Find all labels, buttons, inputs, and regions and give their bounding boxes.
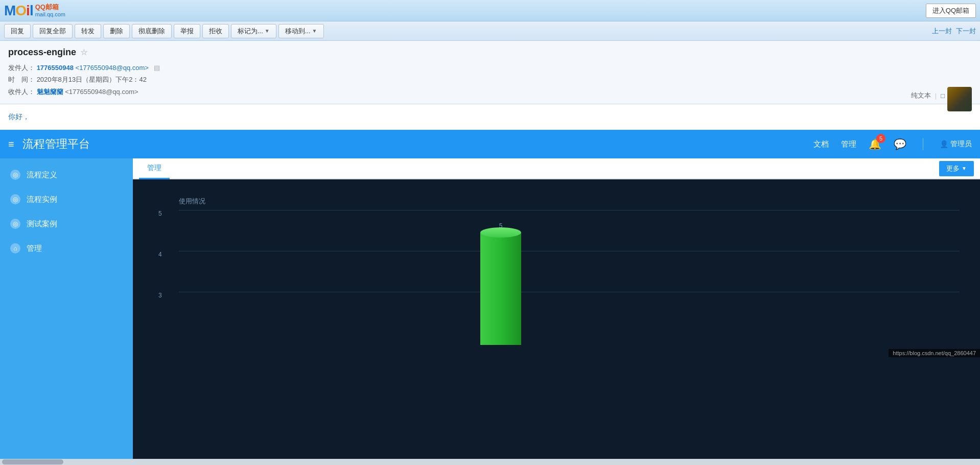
sidebar-item-process-instance[interactable]: ◎ 流程实例	[0, 187, 133, 212]
email-header: process-engine ☆ 发件人： 1776550948 <177655…	[0, 41, 980, 104]
reply-all-button[interactable]: 回复全部	[33, 24, 73, 38]
process-instance-icon: ◎	[10, 194, 20, 204]
sidebar-item-manage[interactable]: ⌂ 管理	[0, 236, 133, 261]
content-area: 管理 更多 ▼ 使用情况 5 4 3	[133, 158, 980, 465]
reject-button[interactable]: 拒收	[202, 24, 229, 38]
nav-divider	[923, 138, 923, 150]
chart-title: 使用情况	[179, 197, 205, 206]
logo-mail: MOil	[4, 3, 33, 19]
move-to-button[interactable]: 移动到... ▼	[278, 24, 324, 38]
chart-wrapper: 使用情况 5 4 3 5	[153, 192, 960, 345]
top-bar: MOil QQ邮箱 mail.qq.com 进入QQ邮箱	[0, 0, 980, 21]
chat-icon[interactable]: 💬	[894, 138, 906, 150]
sidebar-item-label-test-case: 测试案例	[27, 219, 57, 229]
report-button[interactable]: 举报	[174, 24, 200, 38]
delete-permanent-button[interactable]: 彻底删除	[132, 24, 172, 38]
app-container: ≡ 流程管理平台 文档 管理 🔔 5 💬 👤 管理员 ◎ 流程定义	[0, 130, 980, 465]
sender-name[interactable]: 1776550948	[37, 64, 74, 72]
app-nav: 文档 管理 🔔 5 💬 👤 管理员	[813, 138, 972, 150]
mark-as-dropdown-arrow: ▼	[265, 28, 270, 34]
sender-row: 发件人： 1776550948 <1776550948@qq.com> ▤	[8, 62, 972, 74]
horizontal-scrollbar[interactable]	[0, 459, 980, 465]
sidebar-item-test-case[interactable]: ◎ 测试案例	[0, 212, 133, 236]
y-label-3: 3	[158, 292, 162, 299]
more-dropdown-arrow: ▼	[962, 166, 967, 171]
email-nav-buttons: 上一封 下一封	[932, 27, 976, 36]
enter-qq-mail-button[interactable]: 进入QQ邮箱	[926, 4, 976, 18]
test-case-icon: ◎	[10, 219, 20, 229]
delete-button[interactable]: 删除	[103, 24, 130, 38]
grid-line-5	[179, 210, 960, 211]
process-definition-icon: ◎	[10, 170, 20, 180]
recipient-name: 魅魅籣籣	[37, 88, 63, 96]
email-meta: 发件人： 1776550948 <1776550948@qq.com> ▤ 时 …	[8, 62, 972, 98]
app-header: ≡ 流程管理平台 文档 管理 🔔 5 💬 👤 管理员	[0, 130, 980, 158]
bar-group: 5	[480, 222, 521, 345]
hamburger-menu-icon[interactable]: ≡	[8, 138, 14, 150]
tab-manage[interactable]: 管理	[139, 158, 170, 179]
email-subject: process-engine ☆	[8, 47, 972, 58]
bar-3d-container	[480, 232, 521, 345]
admin-button[interactable]: 👤 管理员	[940, 140, 972, 149]
sidebar: ◎ 流程定义 ◎ 流程实例 ◎ 测试案例 ⌂ 管理	[0, 158, 133, 465]
avatar-image	[947, 87, 972, 111]
tab-bar: 管理 更多 ▼	[133, 158, 980, 179]
email-address-card-icon[interactable]: ▤	[154, 64, 160, 72]
chart-area: 使用情况 5 4 3 5	[133, 179, 980, 357]
star-icon[interactable]: ☆	[80, 48, 87, 57]
recipient-row: 收件人： 魅魅籣籣 <1776550948@qq.com>	[8, 86, 972, 98]
logo-qqmail: QQ邮箱 mail.qq.com	[35, 3, 65, 18]
avatar	[947, 87, 972, 111]
scroll-thumb[interactable]	[2, 459, 63, 464]
bar-body	[480, 232, 521, 345]
url-bar: https://blog.csdn.net/qq_2860447	[889, 349, 980, 357]
sender-email[interactable]: <1776550948@qq.com>	[76, 64, 149, 72]
more-button[interactable]: 更多 ▼	[939, 161, 974, 176]
nav-manage[interactable]: 管理	[841, 140, 856, 149]
sidebar-item-label-manage: 管理	[27, 244, 42, 253]
email-toolbar: 回复 回复全部 转发 删除 彻底删除 举报 拒收 标记为... ▼ 移动到...…	[0, 21, 980, 41]
email-body: 你好，	[0, 104, 980, 130]
forward-button[interactable]: 转发	[75, 24, 101, 38]
move-to-dropdown-arrow: ▼	[312, 28, 317, 34]
sidebar-item-label-process-definition: 流程定义	[27, 170, 57, 180]
print-icon[interactable]: □	[941, 92, 945, 100]
notification-area[interactable]: 🔔 5	[869, 138, 881, 150]
grid-line-4	[179, 251, 960, 251]
nav-docs[interactable]: 文档	[813, 140, 829, 149]
notification-badge: 5	[876, 134, 885, 143]
email-body-text: 你好，	[8, 112, 30, 121]
app-title: 流程管理平台	[22, 136, 90, 152]
time-row: 时 间： 2020年8月13日（星期四）下午2：42	[8, 74, 972, 85]
sidebar-item-label-process-instance: 流程实例	[27, 195, 57, 204]
next-email-button[interactable]: 下一封	[956, 27, 976, 36]
admin-person-icon: 👤	[940, 140, 948, 148]
email-header-wrapper: process-engine ☆ 发件人： 1776550948 <177655…	[0, 41, 980, 104]
grid-line-3	[179, 292, 960, 292]
logo-area: MOil QQ邮箱 mail.qq.com	[4, 3, 65, 19]
mark-as-button[interactable]: 标记为... ▼	[231, 24, 276, 38]
prev-email-button[interactable]: 上一封	[932, 27, 952, 36]
sidebar-item-process-definition[interactable]: ◎ 流程定义	[0, 162, 133, 187]
y-label-4: 4	[158, 251, 162, 258]
manage-icon: ⌂	[10, 243, 20, 253]
y-label-5: 5	[158, 210, 162, 217]
reply-button[interactable]: 回复	[4, 24, 31, 38]
app-main: ◎ 流程定义 ◎ 流程实例 ◎ 测试案例 ⌂ 管理 管理 更多	[0, 158, 980, 465]
